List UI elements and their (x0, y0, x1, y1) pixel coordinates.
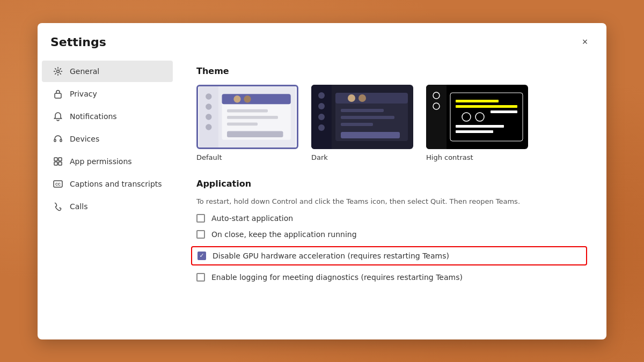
svg-point-19 (244, 95, 251, 102)
phone-icon (53, 201, 63, 212)
theme-section-title: Theme (196, 66, 587, 76)
svg-point-0 (57, 70, 60, 72)
application-description: To restart, hold down Control and click … (196, 197, 587, 205)
cc-icon: CC (53, 179, 63, 189)
checkbox-label-keep-running: On close, keep the application running (211, 230, 357, 239)
settings-dialog: Settings × General (38, 23, 606, 339)
theme-label-high-contrast: High contrast (426, 153, 473, 161)
svg-rect-23 (227, 131, 283, 137)
sidebar-item-calls[interactable]: Calls (42, 196, 173, 217)
checkbox-disable-gpu[interactable] (197, 252, 206, 260)
svg-point-14 (206, 114, 211, 120)
svg-point-15 (206, 124, 211, 130)
dialog-header: Settings × (38, 23, 606, 55)
svg-rect-39 (426, 85, 447, 149)
main-content: Theme (177, 55, 606, 339)
svg-rect-7 (58, 162, 62, 165)
svg-rect-48 (456, 130, 493, 133)
sidebar: General Privacy (38, 55, 177, 339)
svg-text:CC: CC (55, 182, 61, 186)
svg-rect-3 (60, 139, 62, 142)
svg-point-13 (206, 104, 211, 109)
dialog-body: General Privacy (38, 55, 606, 339)
checkbox-label-disable-gpu: Disable GPU hardware acceleration (requi… (213, 252, 449, 260)
svg-rect-31 (335, 93, 408, 104)
sidebar-label-privacy: Privacy (70, 90, 97, 98)
bell-icon (53, 111, 63, 122)
svg-rect-47 (456, 125, 504, 128)
svg-rect-37 (341, 132, 400, 138)
svg-point-26 (318, 92, 325, 99)
svg-rect-1 (55, 93, 61, 98)
theme-card-dark[interactable]: Dark (311, 85, 413, 161)
svg-point-32 (348, 94, 355, 102)
svg-point-27 (318, 103, 325, 109)
svg-rect-43 (456, 100, 499, 102)
sidebar-item-general[interactable]: General (42, 61, 173, 82)
sidebar-label-captions: Captions and transcripts (70, 180, 162, 188)
sidebar-label-app-permissions: App permissions (70, 157, 132, 166)
checkbox-keep-running[interactable] (196, 230, 205, 239)
sidebar-item-app-permissions[interactable]: App permissions (42, 151, 173, 172)
checkbox-label-auto-start: Auto-start application (211, 214, 293, 223)
svg-rect-36 (341, 123, 373, 126)
svg-rect-49 (491, 105, 517, 108)
theme-label-default: Default (196, 153, 222, 161)
svg-rect-17 (222, 94, 291, 104)
svg-rect-50 (491, 110, 517, 113)
lock-icon (53, 88, 63, 99)
checkbox-label-enable-logging: Enable logging for meeting diagnostics (… (211, 273, 463, 282)
theme-card-default[interactable]: Default (196, 85, 298, 161)
svg-rect-6 (54, 162, 57, 165)
svg-point-12 (206, 93, 211, 99)
theme-preview-default (196, 85, 298, 149)
svg-rect-21 (227, 116, 278, 119)
sidebar-label-general: General (70, 67, 99, 76)
sidebar-item-privacy[interactable]: Privacy (42, 83, 173, 105)
checkbox-row-keep-running: On close, keep the application running (196, 230, 587, 239)
sidebar-item-notifications[interactable]: Notifications (42, 106, 173, 127)
gear-icon (53, 66, 63, 77)
svg-rect-35 (341, 116, 394, 119)
grid-icon (53, 156, 63, 167)
checkbox-row-auto-start: Auto-start application (196, 214, 587, 223)
svg-point-29 (318, 124, 325, 131)
sidebar-label-notifications: Notifications (70, 112, 117, 121)
checkbox-enable-logging[interactable] (196, 273, 205, 282)
checkbox-row-disable-gpu: Disable GPU hardware acceleration (requi… (191, 246, 587, 265)
dialog-title: Settings (50, 35, 106, 49)
application-section-title: Application (196, 179, 587, 189)
sidebar-item-devices[interactable]: Devices (42, 128, 173, 150)
svg-rect-5 (58, 158, 62, 161)
svg-rect-2 (54, 139, 56, 142)
theme-preview-dark (311, 85, 413, 149)
svg-rect-20 (227, 109, 268, 112)
sidebar-label-devices: Devices (70, 135, 99, 143)
theme-row: Default (196, 85, 587, 161)
svg-point-18 (233, 95, 240, 102)
close-button[interactable]: × (576, 34, 594, 51)
checkbox-auto-start[interactable] (196, 214, 205, 223)
svg-rect-4 (54, 158, 57, 161)
svg-rect-34 (341, 109, 384, 112)
checkbox-row-enable-logging: Enable logging for meeting diagnostics (… (196, 273, 587, 282)
theme-card-high-contrast[interactable]: High contrast (426, 85, 528, 161)
svg-rect-22 (227, 122, 258, 125)
svg-point-33 (358, 94, 366, 102)
theme-label-dark: Dark (311, 153, 328, 161)
sidebar-item-captions[interactable]: CC Captions and transcripts (42, 173, 173, 195)
theme-preview-high-contrast (426, 85, 528, 149)
svg-point-28 (318, 114, 325, 120)
sidebar-label-calls: Calls (70, 202, 87, 211)
headset-icon (53, 134, 63, 144)
